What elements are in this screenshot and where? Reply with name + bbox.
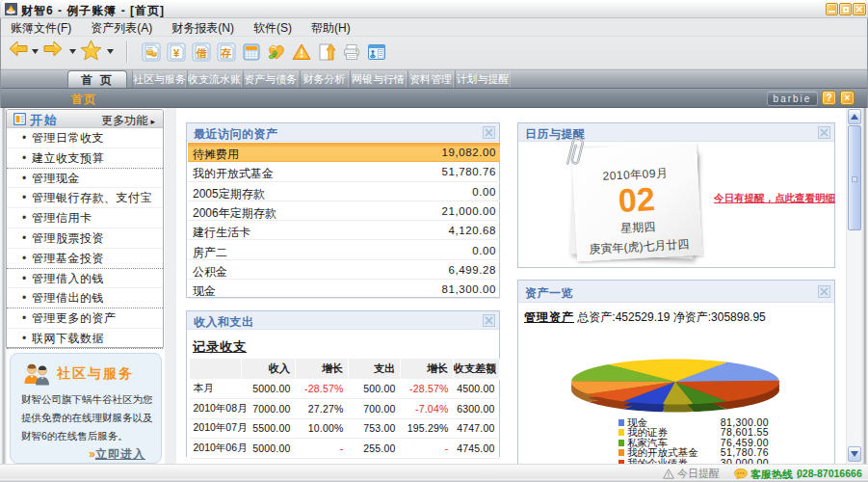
scrollbar-thumb[interactable]: [848, 125, 861, 230]
scroll-down-icon[interactable]: [848, 446, 861, 462]
asset-row[interactable]: 房产二0.00: [188, 241, 500, 260]
minimize-button[interactable]: [826, 3, 838, 15]
back-dropdown-icon[interactable]: [32, 49, 39, 54]
tab-1[interactable]: 社区与服务: [132, 70, 186, 89]
user-button[interactable]: barbie: [767, 91, 818, 106]
export-icon[interactable]: [317, 42, 336, 62]
path-bar: 首页 barbie ? ×: [1, 88, 867, 108]
assets-pie-chart: [518, 334, 836, 420]
vertical-scrollbar[interactable]: [846, 108, 861, 464]
sidebar-item-label: 管理借出的钱: [32, 291, 104, 305]
assets-overview-title: 资产一览: [525, 285, 573, 302]
sidebar-item[interactable]: •管理现金: [7, 169, 163, 189]
assets-overview-close-icon[interactable]: [818, 285, 830, 298]
sidebar-item[interactable]: •联网下载数据: [7, 329, 163, 349]
asset-value: 4,120.68: [448, 225, 496, 236]
warning-icon[interactable]: [292, 42, 311, 62]
tab-6[interactable]: 资料管理: [408, 70, 454, 89]
close-button[interactable]: ✕: [853, 3, 866, 15]
calculator-icon[interactable]: [242, 42, 261, 62]
asset-name: 房产二: [193, 245, 227, 261]
sidebar-item[interactable]: •管理信用卡: [7, 208, 163, 228]
tab-7[interactable]: 计划与提醒: [455, 70, 511, 89]
recent-assets-title: 最近访问的资产: [194, 126, 278, 143]
assets-summary: 管理资产 总资产:452529.19 净资产:305898.95: [524, 309, 766, 326]
menu-item[interactable]: 账簿文件(F): [1, 19, 81, 38]
sidebar-item[interactable]: •管理基金投资: [7, 249, 163, 269]
record-income-expense-link[interactable]: 记录收支: [193, 338, 247, 356]
menu-item[interactable]: 帮助(H): [302, 19, 360, 38]
loan-doc-icon[interactable]: 借: [192, 42, 211, 62]
menu-item[interactable]: 财务报表(N): [162, 19, 244, 38]
table-cell: -: [401, 439, 454, 459]
favorites-dropdown-icon[interactable]: [107, 49, 114, 54]
settings-window-icon[interactable]: [367, 42, 386, 62]
assets-overview-panel: 资产一览 管理资产 总资产:452529.19 净资产:305898.95 现金…: [517, 280, 835, 464]
tab-2[interactable]: 收支流水账: [187, 70, 242, 89]
account-book-icon[interactable]: [142, 42, 161, 62]
sidebar-item[interactable]: •管理日常收支: [7, 128, 163, 148]
deposit-doc-icon[interactable]: 存: [217, 42, 236, 62]
tab-3[interactable]: 资产与债务: [243, 70, 298, 89]
status-bar: 今日提醒 客服热线： 028-87016666: [0, 464, 868, 479]
sidebar-item[interactable]: •管理更多的资产: [7, 308, 163, 329]
sidebar-splitter[interactable]: [165, 108, 176, 464]
menu-item[interactable]: 软件(S): [244, 19, 302, 38]
health-heart-icon[interactable]: [267, 42, 286, 62]
menu-item[interactable]: 资产列表(A): [81, 19, 162, 38]
asset-name: 建行生活卡: [193, 225, 250, 241]
more-functions-link[interactable]: 更多功能 ▸: [101, 113, 155, 129]
sidebar-item[interactable]: •建立收支预算: [7, 148, 163, 169]
asset-value: 81,300.00: [441, 283, 496, 295]
forward-dropdown-icon[interactable]: [69, 49, 76, 54]
tab-5[interactable]: 网银与行情: [350, 70, 407, 89]
sidebar-item[interactable]: •管理借入的钱: [7, 269, 163, 289]
community-enter-link[interactable]: »立即进入: [89, 446, 145, 463]
asset-row[interactable]: 建行生活卡4,120.68: [188, 221, 500, 240]
asset-row[interactable]: 2006年定期存款21,000.00: [188, 201, 500, 221]
forward-icon[interactable]: [43, 40, 63, 57]
table-row: 本月5000.00-28.57%500.00-28.57%4500.00: [190, 379, 500, 399]
printer-icon[interactable]: [342, 42, 361, 62]
income-expense-close-icon[interactable]: [483, 314, 495, 327]
table-cell: -7.04%: [401, 399, 454, 419]
sidebar-item-label: 管理借入的钱: [32, 272, 104, 285]
asset-row[interactable]: 公积金6,499.28: [188, 260, 500, 280]
svg-text:存: 存: [221, 47, 232, 59]
manage-assets-link[interactable]: 管理资产: [524, 310, 574, 324]
table-header-cell: [190, 359, 242, 379]
table-cell: 5000.00: [242, 379, 296, 399]
sidebar-item-label: 管理更多的资产: [32, 311, 117, 325]
help-button[interactable]: ?: [822, 91, 836, 105]
asset-row[interactable]: 我的开放式基金51,780.76: [188, 162, 500, 181]
restore-button[interactable]: [839, 3, 852, 15]
sidebar-item[interactable]: •管理银行存款、支付宝: [7, 188, 163, 208]
recent-assets-close-icon[interactable]: [483, 126, 495, 139]
scroll-up-icon[interactable]: [848, 109, 861, 124]
bullet-icon: •: [22, 288, 27, 308]
bullet-icon: •: [22, 169, 27, 189]
page-close-button[interactable]: ×: [840, 91, 855, 105]
table-cell: 700.00: [349, 399, 401, 419]
calendar-close-icon[interactable]: [818, 126, 830, 139]
sidebar-item-label: 建立收支预算: [32, 151, 104, 165]
favorites-star-icon[interactable]: [80, 40, 102, 61]
community-people-icon: [22, 362, 51, 386]
bullet-icon: •: [22, 308, 27, 329]
tab-4[interactable]: 财务分析: [300, 70, 349, 89]
income-doc-icon[interactable]: ¥: [167, 42, 186, 62]
reminder-link[interactable]: 今日有提醒，点此查看明细: [714, 192, 835, 205]
sidebar-item-label: 管理现金: [32, 172, 80, 185]
asset-row[interactable]: 待摊费用19,082.00: [188, 143, 500, 162]
table-header-cell: 收支差额: [454, 359, 500, 379]
asset-value: 6,499.28: [448, 264, 496, 276]
back-icon[interactable]: [9, 40, 28, 57]
asset-row[interactable]: 2005定期存款0.00: [188, 182, 500, 201]
calendar-panel: 日历与提醒 2010年09月 02 星期四 庚寅年(虎)七月廿四 今日有提醒，点…: [517, 122, 835, 268]
legend-swatch: [618, 440, 624, 446]
tab-home[interactable]: 首 页: [67, 70, 127, 89]
sidebar-item[interactable]: •管理借出的钱: [7, 288, 163, 308]
asset-row[interactable]: 现金81,300.00: [188, 280, 500, 299]
sidebar-item[interactable]: •管理股票投资: [7, 228, 163, 249]
legend-swatch: [618, 449, 624, 456]
